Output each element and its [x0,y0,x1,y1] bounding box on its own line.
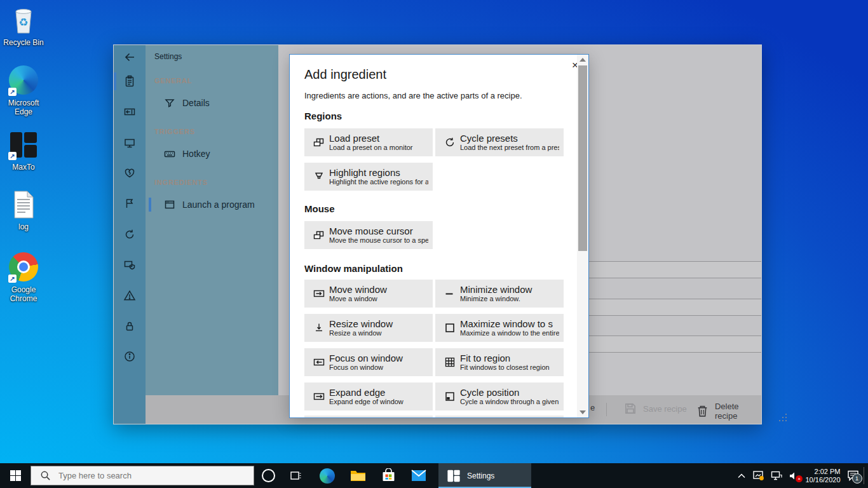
desktop-icon-microsoft-edge[interactable]: ↗ Microsoft Edge [0,65,47,116]
sidebar-item-details[interactable]: Details [146,93,278,112]
focus-window-icon [123,105,136,118]
clipped-footer-text: e [590,403,595,412]
delete-recipe-button[interactable]: Delete recipe [696,402,761,421]
text-input-2[interactable] [585,299,761,316]
save-icon [623,402,637,416]
desktop-icon-recycle-bin[interactable]: ♻ Recycle Bin [0,5,47,47]
rail-item-warnings[interactable] [114,285,146,306]
settings-sidebar: Settings GENERAL Details TRIGGERS Hotkey… [146,45,278,395]
back-arrow-icon [123,51,136,64]
desktop-icon-label: log [0,222,47,231]
tray-clock[interactable]: 2:02 PM 10/16/2020 [803,463,843,488]
tray-network-button[interactable] [768,463,785,488]
monitor-icon [123,137,136,149]
text-input-3[interactable] [585,336,761,353]
rail-item-flags[interactable] [114,193,146,214]
action-center-button[interactable]: 1 [843,463,863,488]
save-recipe-label: Save recipe [643,404,687,414]
sidebar-title: Settings [154,52,182,61]
cycle-position-icon [444,390,456,403]
sidebar-item-label: Details [182,98,210,108]
show-desktop-button[interactable] [864,463,868,488]
warning-triangle-icon [123,289,136,302]
ingredient-fit-to-region[interactable]: Fit to regionFit windows to closest regi… [435,348,564,376]
rail-item-updates[interactable] [114,224,146,245]
chrome-icon: ↗ [8,252,39,283]
start-button[interactable] [0,463,31,488]
edge-icon [320,468,335,484]
ingredient-load-preset[interactable]: Load presetLoad a preset on a monitor [304,128,433,156]
mute-badge: × [796,475,803,482]
scrollbar-thumb[interactable] [578,65,587,251]
save-recipe-button[interactable]: Save recipe [623,402,687,416]
maximize-window-icon [444,322,456,334]
dialog-title: Add ingredient [304,67,386,82]
ingredient-maximize-window[interactable]: Maximize window to sMaximize a window to… [435,314,564,342]
dialog-subtitle: Ingredients are actions, and are the act… [304,91,522,100]
microsoft-store-icon [381,468,396,483]
back-button[interactable] [114,46,146,68]
load-preset-icon [313,136,325,149]
add-ingredient-dialog: × Add ingredient Ingredients are actions… [289,54,589,418]
desktop-icon-label: MaxTo [0,163,47,172]
notification-badge: 1 [852,473,862,484]
sidebar-item-hotkey[interactable]: Hotkey [146,144,278,163]
dialog-scrollbar[interactable] [577,55,588,417]
ingredient-move-mouse-cursor[interactable]: Move mouse cursorMove the mouse cursor t… [304,221,433,249]
cortana-button[interactable] [254,463,282,488]
taskbar-search[interactable] [31,466,254,485]
search-icon [40,470,51,481]
search-input[interactable] [57,470,231,481]
rail-item-license[interactable] [114,315,146,337]
ingredient-focus-on-window[interactable]: Focus on windowFocus on window [304,348,433,376]
selection-accent-bar [149,198,151,212]
ingredient-cycle-presets[interactable]: Cycle presetsLoad the next preset from a… [435,128,564,156]
scroll-up-arrow[interactable] [580,58,586,62]
delete-recipe-label: Delete recipe [715,402,761,421]
svg-text:♻: ♻ [18,17,28,29]
rail-item-permissions[interactable] [114,254,146,276]
ingredient-resize-window[interactable]: Resize windowResize a window [304,314,433,342]
ingredient-clipped-row[interactable] [304,416,433,418]
taskbar-settings-app-button[interactable]: Settings [438,463,531,488]
sidebar-section-triggers: TRIGGERS [154,128,195,135]
task-view-icon [290,470,302,481]
ingredient-minimize-window[interactable]: Minimize windowMinimize a window. [435,280,564,308]
sidebar-item-launch-a-program[interactable]: Launch a program [146,195,278,214]
move-window-icon [313,287,325,300]
rail-item-health[interactable] [114,162,146,184]
resize-grip[interactable] [778,413,787,422]
ingredient-clipped-row[interactable] [435,416,564,418]
task-view-button[interactable] [282,463,310,488]
rail-item-monitors[interactable] [114,132,146,154]
rail-item-about[interactable] [114,346,146,367]
edge-icon: ↗ [8,65,39,96]
fit-to-region-icon [444,356,456,369]
flag-icon [123,197,136,210]
text-input-1[interactable] [585,261,761,278]
ingredient-move-window[interactable]: Move windowMove a window [304,280,433,308]
desktop-icon-log[interactable]: log [0,189,47,231]
taskbar-store-button[interactable] [374,463,403,488]
desktop-icon-maxto[interactable]: ↗ MaxTo [0,130,47,172]
ingredient-expand-edge[interactable]: Expand edgeExpand edge of window [304,383,433,410]
tray-volume-button[interactable]: × [785,463,803,488]
ingredient-highlight-regions[interactable]: Highlight regionsHighlight the active re… [304,163,433,191]
section-heading-window-manipulation: Window manipulation [304,263,403,274]
resize-window-icon [313,322,325,334]
tray-expand-button[interactable] [734,463,749,488]
expand-edge-icon [313,390,325,403]
program-window-icon [163,198,176,211]
taskbar: Settings × 2:02 PM 10/16/2020 [0,463,868,488]
broken-heart-icon [123,166,136,179]
lock-icon [123,320,136,332]
rail-item-recipes[interactable] [114,71,146,92]
taskbar-mail-button[interactable] [404,463,433,488]
scroll-down-arrow[interactable] [580,410,586,414]
taskbar-file-explorer-button[interactable] [343,463,372,488]
rail-item-focus[interactable] [114,101,146,123]
taskbar-edge-button[interactable] [313,463,342,488]
ingredient-cycle-position[interactable]: Cycle positionCycle a window through a g… [435,383,564,410]
desktop-icon-google-chrome[interactable]: ↗ Google Chrome [0,252,47,303]
tray-maxto-icon-button[interactable] [750,463,768,488]
